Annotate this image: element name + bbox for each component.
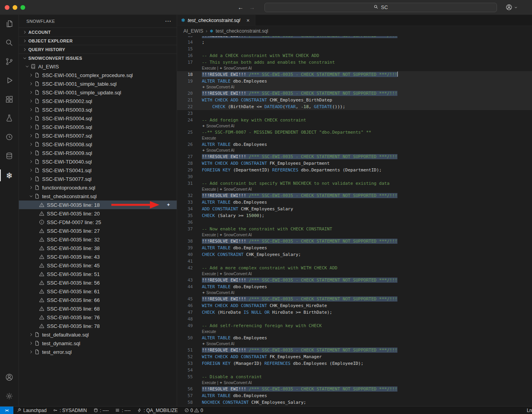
code-line-15[interactable]: 15 — [177, 46, 532, 52]
code-line-35[interactable]: 35CHECK (Salary >= 15000); — [177, 212, 532, 219]
codelens[interactable]: Execute | ✦ SnowConvert AI — [202, 187, 252, 192]
codelens[interactable]: Execute | ✦ SnowConvert AI — [202, 66, 252, 71]
tree-item-test-dynamic-sql[interactable]: test_dynamic.sql — [19, 339, 177, 348]
code-line-28[interactable]: 28WITH CHECK ADD CONSTRAINT FK_Employees… — [177, 160, 532, 167]
statusbar-qa-mobilize[interactable]: : QA_MOBILIZE — [134, 407, 181, 414]
statusbar-launchpad[interactable]: Launchpad — [13, 407, 50, 414]
code-line-58[interactable]: 58NOCHECK CONSTRAINT CHK_Employees_Salar… — [177, 399, 532, 406]
code-line-39[interactable]: 39ALTER TABLE dbo.Employees — [177, 245, 532, 251]
codelens[interactable]: ✦ SnowConvert AI — [202, 341, 235, 347]
code-line-27[interactable]: 27!!!RESOLVE EWI!!! /*** SSC-EWI-0035 - … — [177, 153, 532, 160]
issue-item-ssc-ewi-0035-line-61[interactable]: SSC-EWI-0035 line: 61 — [19, 287, 177, 296]
close-window-button[interactable] — [5, 5, 9, 10]
tree-item-test-defaultvalue-sql[interactable]: test_defaultvalue.sql — [19, 330, 177, 339]
code-line-56[interactable]: 56!!!RESOLVE EWI!!! /*** SSC-EWI-0035 - … — [177, 386, 532, 392]
code-line-22[interactable]: 22 CHECK (BirthDate <= DATEADD(YEAR, -18… — [177, 103, 532, 110]
codelens[interactable]: Execute | ✦ SnowConvert AI — [202, 380, 252, 386]
remote-indicator[interactable]: >< — [0, 407, 13, 414]
codelens[interactable]: ✦ SnowConvert AI — [202, 290, 235, 296]
code-line-21[interactable]: 21WITH CHECK ADD CONSTRAINT CHK_Employee… — [177, 97, 532, 103]
tree-item-ssc-ewi-rs0004-sql[interactable]: SSC-EWI-RS0004.sql — [19, 114, 177, 123]
code-line-32[interactable]: 32!!!RESOLVE EWI!!! /*** SSC-EWI-0035 - … — [177, 192, 532, 199]
codelens[interactable]: Execute — [202, 329, 216, 335]
code-line-16[interactable]: 16-- Add a CHECK constraint with WITH CH… — [177, 52, 532, 59]
code-line-44[interactable]: 44ALTER TABLE dbo.Employees — [177, 283, 532, 290]
tree-item-ssc-ewi-td0040-sql[interactable]: SSC-EWI-TD0040.sql — [19, 157, 177, 166]
code-line-41[interactable]: 41 — [177, 258, 532, 265]
tree-item-test-error-sql[interactable]: test_error.sql — [19, 348, 177, 356]
ai-fix-sparkle-icon[interactable]: ✦ — [166, 202, 170, 208]
code-line-24[interactable]: 24-- Add foreign key with CHECK constrai… — [177, 117, 532, 123]
issue-item-ssc-ewi-0035-line-20[interactable]: SSC-EWI-0035 line: 20 — [19, 209, 177, 218]
code-line-54[interactable]: 54 — [177, 367, 532, 374]
code-line-36[interactable]: 36 — [177, 219, 532, 226]
code-line-40[interactable]: 40CHECK CONSTRAINT CHK_Employees_Salary; — [177, 251, 532, 258]
activitybar-testing[interactable] — [0, 109, 18, 128]
breadcrumb-folder[interactable]: AI_EWIS — [183, 28, 203, 34]
code-line-55[interactable]: 55-- Disable a constraint — [177, 374, 532, 380]
issue-item-ssc-ewi-0035-line-76[interactable]: SSC-EWI-0035 line: 76 — [19, 313, 177, 322]
issue-item-ssc-ewi-0035-line-78[interactable]: SSC-EWI-0035 line: 78 — [19, 322, 177, 330]
statusbar-[interactable]: : ---- — [90, 407, 112, 414]
section-account[interactable]: ACCOUNT — [19, 28, 177, 36]
code-line-45[interactable]: 45!!!RESOLVE EWI!!! /*** SSC-EWI-0035 - … — [177, 296, 532, 302]
code-line-47[interactable]: 47CHECK (HireDate IS NULL OR HireDate >=… — [177, 309, 532, 316]
issue-item-ssc-ewi-0035-line-56[interactable]: SSC-EWI-0035 line: 56 — [19, 278, 177, 287]
tree-item-ai-ewis[interactable]: AI_EWIS — [19, 62, 177, 71]
section-object-explorer[interactable]: OBJECT EXPLORER — [19, 36, 177, 45]
activitybar-source-control[interactable] — [0, 53, 18, 72]
issue-item-ssc-ewi-0035-line-45[interactable]: SSC-EWI-0035 line: 45 — [19, 261, 177, 270]
code-line-25[interactable]: 25--** SSC-FDM-0007 - MISSING DEPENDENT … — [177, 129, 532, 136]
issue-item-ssc-ewi-0035-line-38[interactable]: SSC-EWI-0035 line: 38 — [19, 244, 177, 252]
codelens[interactable]: ✦ SnowConvert AI — [202, 123, 235, 129]
code-line-53[interactable]: 53FOREIGN KEY (ManagerID) REFERENCES dbo… — [177, 360, 532, 367]
activitybar-snowflake[interactable]: ❄ — [0, 166, 18, 185]
tree-item-ssc-ewi-rs0002-sql[interactable]: SSC-EWI-RS0002.sql — [19, 97, 177, 105]
tree-item-ssc-ewi-rs0009-sql[interactable]: SSC-EWI-RS0009.sql — [19, 149, 177, 157]
code-line-46[interactable]: 46WITH CHECK ADD CONSTRAINT CHK_Employee… — [177, 302, 532, 309]
activitybar-search[interactable] — [0, 34, 18, 53]
tree-item-ssc-ewi-ts0077-sql[interactable]: SSC-EWI-TS0077.sql — [19, 175, 177, 183]
activitybar-database[interactable] — [0, 147, 18, 166]
code-line-57[interactable]: 57ALTER TABLE dbo.Employees — [177, 392, 532, 399]
section-snowconvert-issues[interactable]: SNOWCONVERT ISSUES — [19, 53, 177, 62]
code-line-37[interactable]: 37-- Now enable the constraint with CHEC… — [177, 226, 532, 232]
statusbar-sysadmin[interactable]: : SYSADMIN — [50, 407, 90, 414]
code-line-42[interactable]: 42-- Add a more complex constraint with … — [177, 265, 532, 271]
tree-item-functiontoprocedure-sql[interactable]: functiontoprocedure.sql — [19, 183, 177, 192]
issue-item-ssc-ewi-0035-line-32[interactable]: SSC-EWI-0035 line: 32 — [19, 235, 177, 244]
code-line-20[interactable]: 20!!!RESOLVE EWI!!! /*** SSC-EWI-0035 - … — [177, 90, 532, 97]
close-tab-icon[interactable]: × — [245, 18, 251, 23]
issue-item-ssc-ewi-0035-line-27[interactable]: SSC-EWI-0035 line: 27 — [19, 226, 177, 235]
statusbar-[interactable]: : ---- — [112, 407, 134, 414]
back-button[interactable]: ← — [238, 4, 244, 11]
cursor-position-indicator[interactable]: Ln — [525, 407, 532, 414]
issue-item-ssc-ewi-0035-line-51[interactable]: SSC-EWI-0035 line: 51 — [19, 270, 177, 278]
forward-button[interactable]: → — [249, 4, 255, 11]
code-line-26[interactable]: 26ALTER TABLE dbo.Employees — [177, 141, 532, 148]
account-menu[interactable] — [505, 4, 518, 11]
code-line-49[interactable]: 49-- Add self-referencing foreign key wi… — [177, 322, 532, 329]
code-line-29[interactable]: 29FOREIGN KEY (DepartmentID) REFERENCES … — [177, 167, 532, 173]
issue-item-ssc-ewi-0035-line-68[interactable]: SSC-EWI-0035 line: 68 — [19, 304, 177, 313]
code-line-50[interactable]: 50ALTER TABLE dbo.Employees — [177, 335, 532, 341]
section-query-history[interactable]: QUERY HISTORY — [19, 45, 177, 53]
tree-item-ssc-ewi-0001-complex-procedure-sql[interactable]: SSC-EWI-0001_complex_procedure.sql — [19, 71, 177, 79]
activitybar-history[interactable] — [0, 128, 18, 147]
activitybar-extensions[interactable] — [0, 90, 18, 109]
activitybar-run-debug[interactable] — [0, 72, 18, 90]
tree-item-test-checkconstraint-sql[interactable]: test_checkconstraint.sql — [19, 192, 177, 201]
code-line-51[interactable]: 51!!!RESOLVE EWI!!! /*** SSC-EWI-0035 - … — [177, 347, 532, 353]
problems-indicator[interactable]: 00 — [181, 407, 206, 414]
minimize-window-button[interactable] — [13, 5, 17, 10]
tree-item-ssc-ewi-ts0041-sql[interactable]: SSC-EWI-TS0041.sql — [19, 166, 177, 175]
codelens[interactable]: Execute | ✦ SnowConvert AI — [202, 271, 252, 277]
code-line-38[interactable]: 38!!!RESOLVE EWI!!! /*** SSC-EWI-0035 - … — [177, 238, 532, 245]
code-line-13[interactable]: 13!!!RESOLVE EWI!!! /*** SSC-EWI-0035 - … — [177, 36, 532, 39]
issue-item-ssc-ewi-0035-line-66[interactable]: SSC-EWI-0035 line: 66 — [19, 296, 177, 304]
more-actions-icon[interactable]: ⋯ — [165, 18, 171, 24]
issue-item-ssc-ewi-0035-line-18[interactable]: SSC-EWI-0035 line: 18✦ — [19, 201, 177, 209]
codelens[interactable]: ✦ SnowConvert AI — [202, 148, 235, 153]
code-line-33[interactable]: 33ALTER TABLE dbo.Employees — [177, 199, 532, 206]
codelens[interactable]: Execute | ✦ SnowConvert AI — [202, 232, 252, 238]
